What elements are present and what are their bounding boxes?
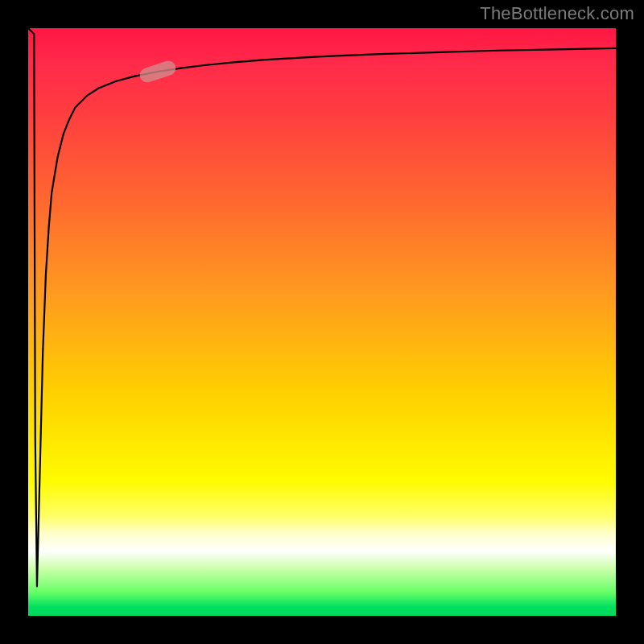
highlight-marker [138,59,177,84]
watermark-text: TheBottleneck.com [480,3,634,24]
chart-frame: TheBottleneck.com [0,0,644,644]
bottleneck-curve [28,28,616,616]
plot-area [28,28,616,616]
